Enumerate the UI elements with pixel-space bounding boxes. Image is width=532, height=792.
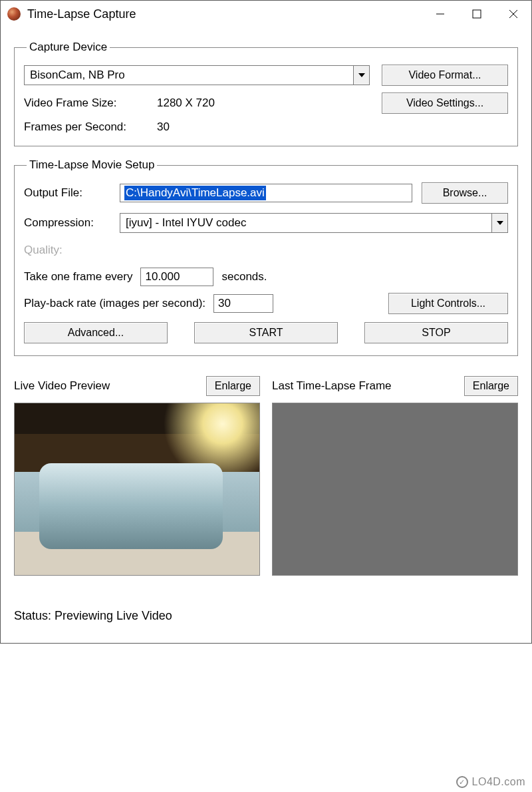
svg-marker-4 [358,73,365,77]
fps-label: Frames per Second: [24,120,157,134]
client-area: Capture Device BisonCam, NB Pro Video Fo… [1,27,531,643]
compression-select[interactable]: [iyuv] - Intel IYUV codec [120,213,508,233]
window-controls [422,3,531,25]
minimize-icon [436,9,445,19]
movie-setup-group: Time-Lapse Movie Setup Output File: C:\H… [14,158,518,356]
svg-rect-1 [473,10,481,18]
capture-device-group: Capture Device BisonCam, NB Pro Video Fo… [14,41,518,146]
watermark-text: LO4D.com [472,776,525,788]
capture-device-legend: Capture Device [27,41,110,54]
enlarge-live-button[interactable]: Enlarge [206,376,260,396]
live-preview-label: Live Video Preview [14,379,110,393]
device-select-value: BisonCam, NB Pro [30,69,353,82]
app-icon [7,7,21,21]
compression-value: [iyuv] - Intel IYUV codec [126,216,491,230]
last-frame-label: Last Time-Lapse Frame [272,379,392,393]
playback-rate-label: Play-back rate (images per second): [24,297,205,310]
status-label: Status: [14,609,51,622]
preview-row: Live Video Preview Enlarge Last Time-Lap… [14,376,518,576]
quality-label: Quality: [24,244,63,257]
last-frame-column: Last Time-Lapse Frame Enlarge [272,376,518,576]
video-settings-button[interactable]: Video Settings... [382,93,508,114]
chevron-down-icon [353,66,369,85]
browse-button[interactable]: Browse... [422,182,508,204]
last-frame-box [272,403,518,576]
device-select[interactable]: BisonCam, NB Pro [24,65,370,85]
advanced-button[interactable]: Advanced... [24,322,168,343]
live-preview-box [14,403,260,576]
frame-interval-input[interactable] [140,268,213,286]
maximize-icon [472,9,481,19]
window-title: Time-Lapse Capture [27,7,422,21]
maximize-button[interactable] [458,3,495,25]
svg-marker-5 [497,221,503,225]
light-controls-button[interactable]: Light Controls... [388,293,508,314]
frame-interval-suffix: seconds. [221,270,267,284]
status-value: Previewing Live Video [55,609,172,622]
live-preview-image [15,403,259,575]
fps-value: 30 [157,120,170,134]
app-window: Time-Lapse Capture Capture Device BisonC… [0,0,532,644]
watermark: ✓ LO4D.com [456,776,525,788]
status-row: Status: Previewing Live Video [14,609,518,623]
frame-interval-prefix: Take one frame every [24,270,132,284]
frame-size-label: Video Frame Size: [24,97,157,110]
output-file-value: C:\HandyAvi\TimeLapse.avi [124,186,266,200]
titlebar: Time-Lapse Capture [1,1,531,27]
playback-rate-input[interactable] [213,294,273,313]
enlarge-last-button[interactable]: Enlarge [464,376,518,396]
compression-label: Compression: [24,216,110,230]
movie-setup-legend: Time-Lapse Movie Setup [27,158,157,172]
chevron-down-icon [491,214,507,232]
output-file-input[interactable]: C:\HandyAvi\TimeLapse.avi [120,184,412,202]
minimize-button[interactable] [422,3,458,25]
live-preview-column: Live Video Preview Enlarge [14,376,260,576]
start-button[interactable]: START [194,322,338,343]
stop-button[interactable]: STOP [364,322,508,343]
close-icon [509,9,518,19]
watermark-icon: ✓ [456,776,468,788]
close-button[interactable] [495,3,531,25]
frame-size-value: 1280 X 720 [157,97,215,110]
output-file-label: Output File: [24,186,110,200]
video-format-button[interactable]: Video Format... [382,65,508,86]
